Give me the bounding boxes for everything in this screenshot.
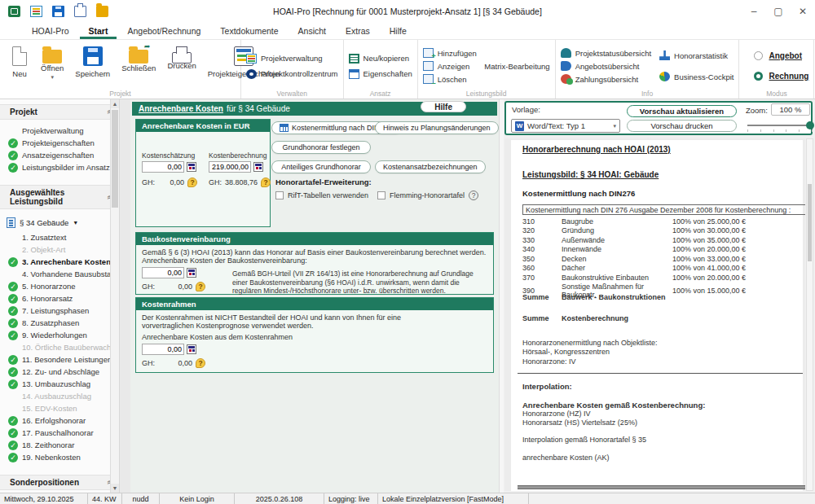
tab-hoai-pro[interactable]: HOAI-Pro bbox=[23, 24, 78, 39]
honorarstatistik-button[interactable]: Honorarstatistik bbox=[659, 50, 734, 60]
tab-start[interactable]: Start bbox=[80, 24, 117, 39]
sidebar-item-zu-abschlaege[interactable]: ✓12. Zu- und Abschläge bbox=[0, 366, 119, 378]
sidebar-item-umbauzuschlag[interactable]: ✓13. Umbauzuschlag bbox=[0, 378, 119, 390]
sidebar-item-bausubstanz[interactable]: 4. Vorhandene Bausubstanz bbox=[0, 268, 119, 280]
sidebar-item-ansatzeigenschaften[interactable]: ✓Ansatzeigenschaften bbox=[0, 149, 119, 161]
sidebar-item-nebenkosten[interactable]: ✓19. Nebenkosten bbox=[0, 451, 119, 463]
neu-kopieren-button[interactable]: Neu/kopieren bbox=[349, 54, 412, 64]
content-area: Projekt« Projektverwaltung ✓Projekteigen… bbox=[0, 99, 815, 493]
projektkontrollzentrum-button[interactable]: Projektkontrollzentrum bbox=[246, 69, 338, 79]
help-bubble-icon[interactable]: ? bbox=[187, 177, 197, 187]
neu-button[interactable]: Neu bbox=[5, 43, 34, 81]
minimize-button[interactable]: – bbox=[742, 0, 766, 23]
zoom-slider[interactable] bbox=[747, 125, 813, 126]
help-bubble-icon[interactable]: ? bbox=[196, 358, 205, 368]
delete-document-icon bbox=[423, 74, 434, 84]
zoom-slider-knob[interactable] bbox=[806, 121, 814, 129]
scroll-down-icon[interactable]: ▼ bbox=[111, 484, 119, 493]
bkv-note: Gemäß BGH-Urteil (VII ZR 164/13) ist ein… bbox=[232, 270, 485, 296]
flemming-checkbox[interactable] bbox=[377, 191, 385, 199]
business-cockpit-button[interactable]: Business-Cockpit bbox=[659, 72, 734, 81]
preview-scrollbar[interactable] bbox=[806, 138, 813, 491]
gh-label: GH: bbox=[209, 178, 222, 186]
modus-angebot-radio[interactable]: Angebot bbox=[754, 51, 808, 60]
doc-thick-rule bbox=[518, 485, 805, 489]
calculator-icon[interactable] bbox=[253, 162, 263, 172]
tab-textdokumente[interactable]: Textdokumente bbox=[211, 24, 287, 39]
modus-rechnung-radio[interactable]: Rechnung bbox=[754, 72, 808, 81]
schliessen-button[interactable]: Schließen bbox=[117, 43, 161, 76]
hinweis-planungsaenderungen-button[interactable]: Hinweis zu Planungsänderungen bbox=[375, 121, 499, 134]
sidebar-item-leistungsphasen[interactable]: ✓7. Leistungsphasen bbox=[0, 305, 119, 317]
scrollbar-thumb[interactable] bbox=[112, 110, 118, 208]
group-label-modus: Modus bbox=[739, 90, 813, 98]
sidebar-item-honorarsatz[interactable]: ✓6. Honorarsatz bbox=[0, 292, 119, 305]
statusbar: Mittwoch, 29.10.2025 44. KW nudd Kein Lo… bbox=[0, 493, 815, 504]
help-bubble-icon[interactable]: ? bbox=[261, 177, 271, 187]
sidebar-item-honorarzone[interactable]: ✓5. Honorarzone bbox=[0, 280, 119, 292]
hinzufuegen-button[interactable]: Hinzufügen bbox=[423, 48, 550, 58]
help-bubble-icon[interactable]: ? bbox=[196, 282, 205, 291]
kostenrahmen-section: Kostenrahmen Der Kostenrahmen ist NICHT … bbox=[135, 297, 494, 373]
sidebar-item-objekt-art[interactable]: 2. Objekt-Art bbox=[0, 243, 119, 256]
angebotsuebersicht-button[interactable]: Angebotsübersicht bbox=[561, 61, 651, 71]
drucken-button[interactable]: Drucken bbox=[162, 43, 200, 73]
sidebar-section-projekt[interactable]: Projekt« bbox=[0, 104, 119, 120]
sidebar-item-projekteigenschaften[interactable]: ✓Projekteigenschaften bbox=[0, 137, 119, 149]
help-circle-icon[interactable]: ? bbox=[469, 191, 478, 200]
calculator-icon[interactable] bbox=[187, 344, 196, 354]
anteiliges-grundhonorar-button[interactable]: Anteiliges Grundhonorar bbox=[271, 160, 371, 173]
sidebar-section-sonderpositionen[interactable]: Sonderpositionen« bbox=[0, 475, 119, 490]
sidebar-item-ausbauzuschlag[interactable]: 14. Ausbauzuschlag bbox=[0, 390, 119, 402]
scrollbar-thumb[interactable] bbox=[808, 184, 812, 261]
oeffnen-button[interactable]: Öffnen▾ bbox=[36, 43, 68, 82]
loeschen-button[interactable]: Löschen bbox=[423, 74, 550, 84]
eigenschaften-button[interactable]: Eigenschaften bbox=[349, 69, 412, 79]
sidebar-scrollbar[interactable]: ▲ ▼ bbox=[110, 99, 119, 493]
vorschau-drucken-button[interactable]: Vorschau drucken bbox=[627, 120, 737, 132]
projektstatusuebersicht-button[interactable]: Projektstatusübersicht bbox=[561, 48, 651, 58]
sidebar-item-wiederholungen[interactable]: ✓9. Wiederholungen bbox=[0, 329, 119, 341]
sidebar-item-leistungsbilder[interactable]: ✓Leistungsbilder im Ansatz bbox=[0, 161, 119, 173]
grundhonorar-festlegen-button[interactable]: Grundhonorar festlegen bbox=[271, 141, 371, 154]
kostenschaetzung-input[interactable] bbox=[142, 161, 184, 173]
tab-hilfe[interactable]: Hilfe bbox=[381, 24, 416, 39]
sidebar-section-leistungsbild[interactable]: Ausgewähltes Leistungsbild« bbox=[0, 185, 119, 209]
sidebar-item-zeithonorar[interactable]: ✓18. Zeithonorar bbox=[0, 439, 119, 451]
table-row: 390Sonstige Maßnahmen für Baukonstr.100%… bbox=[522, 283, 803, 292]
vorschau-aktualisieren-button[interactable]: Vorschau aktualisieren bbox=[627, 105, 737, 117]
sidebar-item-pauschalhonorar[interactable]: ✓17. Pauschalhonorar bbox=[0, 427, 119, 439]
sidebar-item-zusatzphasen[interactable]: ✓8. Zusatzphasen bbox=[0, 317, 119, 329]
kostenrahmen-input[interactable] bbox=[142, 344, 184, 355]
sidebar-item-besondere-leistungen[interactable]: ✓11. Besondere Leistungen bbox=[0, 353, 119, 366]
matrix-bearbeitung-button[interactable]: Matrix-Bearbeitung bbox=[484, 62, 549, 71]
kostenberechnung-input[interactable] bbox=[209, 161, 251, 173]
sidebar-item-edv-kosten[interactable]: 15. EDV-Kosten bbox=[0, 402, 119, 414]
bkv-input[interactable] bbox=[142, 267, 184, 278]
scroll-up-icon[interactable]: ▲ bbox=[111, 99, 119, 108]
sidebar-item-projektverwaltung[interactable]: Projektverwaltung bbox=[0, 125, 119, 137]
tab-angebot-rechnung[interactable]: Angebot/Rechnung bbox=[118, 24, 209, 39]
calculator-icon[interactable] bbox=[187, 268, 196, 278]
help-button[interactable]: Hilfe bbox=[421, 101, 466, 112]
speichern-button[interactable]: Speichern bbox=[70, 43, 115, 81]
projektverwaltung-button[interactable]: Projektverwaltung bbox=[246, 54, 338, 64]
sidebar-root-leistungsbild[interactable]: § 34 Gebäude▼ bbox=[0, 216, 119, 231]
maximize-button[interactable]: ▢ bbox=[766, 0, 791, 23]
vorlage-dropdown[interactable]: W Word/Text: Typ 1 ▾ bbox=[511, 119, 620, 133]
rift-checkbox[interactable] bbox=[275, 191, 284, 199]
kostenansatzbezeichnungen-button[interactable]: Kostenansatzbezeichnungen bbox=[375, 160, 486, 173]
sidebar-item-anrechenbare-kosten[interactable]: ✓3. Anrechenbare Kosten bbox=[0, 256, 119, 268]
tab-extras[interactable]: Extras bbox=[337, 24, 379, 39]
status-date: Mittwoch, 29.10.2025 bbox=[0, 493, 88, 504]
pie-chart-icon bbox=[659, 72, 670, 81]
tab-ansicht[interactable]: Ansicht bbox=[289, 24, 335, 39]
sidebar-item-bauueberwachung[interactable]: 10. Örtliche Bauüberwachung bbox=[0, 341, 119, 353]
doc-honorarzone-block: Honorarzonenermittlung nach Objektliste:… bbox=[522, 339, 803, 366]
anzeigen-button[interactable]: Anzeigen bbox=[423, 61, 470, 71]
calculator-icon[interactable] bbox=[187, 162, 196, 172]
sidebar-item-zusatztext[interactable]: 1. Zusatztext bbox=[0, 231, 119, 243]
sidebar-item-erfolgshonorar[interactable]: ✓16. Erfolgshonorar bbox=[0, 414, 119, 427]
close-button[interactable]: ✕ bbox=[791, 0, 815, 23]
zahlungsuebersicht-button[interactable]: Zahlungsübersicht bbox=[561, 74, 651, 84]
